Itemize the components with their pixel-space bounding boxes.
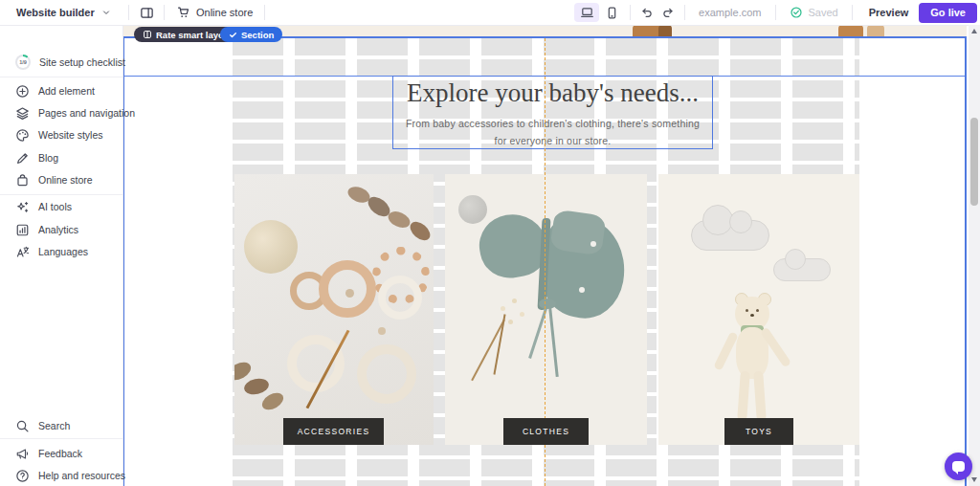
translate-icon [15,245,30,259]
toolbar-divider [164,5,165,20]
plus-circle-icon [15,84,30,99]
sidebar-item-feedback[interactable]: Feedback [0,443,122,464]
toolbar-divider [630,5,631,20]
desktop-view-button[interactable] [574,3,599,22]
sidebar-item-website-styles[interactable]: Website styles [0,124,122,145]
sidebar-item-search[interactable]: Search [0,415,122,436]
category-button-toys[interactable]: TOYS [724,418,793,445]
checklist-progress-value: 1/9 [17,56,29,68]
category-button-clothes[interactable]: CLOTHES [503,418,589,445]
cart-icon [176,6,190,20]
chat-button[interactable] [945,453,972,480]
mobile-view-button[interactable] [599,3,624,22]
website-builder-dropdown[interactable]: Website builder [0,6,122,20]
website-builder-label: Website builder [16,7,95,18]
hero-text-element[interactable]: Explore your baby's needs... From baby a… [392,76,713,149]
phone-icon [605,6,619,20]
sidebar-item-add-element[interactable]: Add element [0,80,122,101]
layout-icon [143,30,152,39]
sidebar-item-blog[interactable]: Blog [0,147,122,168]
panel-toggle-button[interactable] [135,3,158,22]
chat-icon [952,461,965,472]
sidebar-item-label: Site setup checklist [39,56,125,68]
bar-chart-icon [15,223,30,237]
megaphone-icon [15,447,30,461]
canvas-scrollbar[interactable] [969,25,980,486]
check-icon [229,31,237,39]
sidebar-item-label: Analytics [38,224,78,235]
photo-fragment [838,25,863,36]
section-border-right [965,36,967,486]
saved-label: Saved [809,7,838,18]
sidebar-item-help-resources[interactable]: Help and resources [0,465,122,486]
scroll-down-icon[interactable] [971,477,977,482]
pen-icon [15,151,30,166]
sidebar-item-ai-tools[interactable]: AI tools [0,196,122,217]
sidebar-item-analytics[interactable]: Analytics [0,219,122,240]
sidebar-item-label: Website styles [38,129,103,141]
scroll-up-icon[interactable] [971,29,977,33]
editor-canvas: Explore your baby's needs... From baby a… [122,25,967,486]
sidebar-item-label: Languages [38,246,88,257]
preview-button[interactable]: Preview [858,7,920,18]
sidebar-item-label: Search [38,420,70,431]
hero-title[interactable]: Explore your baby's needs... [407,78,699,108]
photo-fragment [867,25,884,36]
accessories-photo[interactable] [234,174,434,445]
search-icon [15,419,30,433]
site-domain[interactable]: example.com [691,7,768,18]
category-button-accessories[interactable]: ACCESSORIES [283,418,384,445]
sidebar-item-label: Feedback [38,448,82,459]
check-circle-icon [790,6,804,20]
save-status: Saved [782,6,846,20]
online-store-toolbar-button[interactable]: Online store [170,3,258,22]
sidebar-divider [0,77,122,77]
checklist-progress-icon: 1/9 [15,55,31,70]
undo-icon [640,6,655,20]
layers-icon [15,106,30,121]
sidebar-item-pages-navigation[interactable]: Pages and navigation [0,102,122,123]
go-live-button[interactable]: Go live [919,3,977,23]
scrollbar-thumb[interactable] [970,118,978,206]
sidebar-item-online-store[interactable]: Online store [0,169,122,190]
left-sidebar: 1/9 Site setup checklist Add element Pag… [0,25,123,486]
sidebar-item-label: Add element [38,85,95,97]
toolbar-divider [684,5,685,20]
sidebar-item-label: Help and resources [38,470,125,481]
shopping-bag-icon [15,173,30,188]
top-toolbar: Website builder Online store [0,0,980,26]
toolbar-divider [775,5,776,20]
sidebar-divider [0,438,122,439]
online-store-toolbar-label: Online store [196,7,253,18]
redo-icon [661,6,676,20]
chevron-down-icon [99,6,113,20]
toolbar-divider [264,5,265,20]
sidebar-item-label: Blog [38,152,58,164]
clothes-photo[interactable] [445,174,647,445]
toolbar-divider [852,5,853,20]
hero-subtitle[interactable]: From baby accessories to children's clot… [404,115,702,150]
section-badge[interactable]: Section [220,27,282,42]
sidebar-item-label: Online store [38,174,93,186]
selected-section[interactable]: Explore your baby's needs... From baby a… [122,36,967,486]
sidebar-item-site-setup-checklist[interactable]: 1/9 Site setup checklist [0,52,122,73]
sidebar-item-label: AI tools [38,201,72,212]
redo-button[interactable] [657,3,679,22]
website-builder-app: Website builder Online store [0,0,980,486]
toys-photo[interactable] [658,174,859,445]
sidebar-divider [0,194,122,195]
sidebar-item-label: Pages and navigation [38,107,135,119]
laptop-icon [580,6,594,20]
photo-fragment [658,25,672,36]
sparkle-icon [15,200,30,214]
section-badge-label: Section [241,30,274,40]
toolbar-divider [128,5,129,20]
palette-icon [15,128,30,143]
undo-button[interactable] [636,3,657,22]
sidebar-item-languages[interactable]: Languages [0,241,122,262]
help-circle-icon [15,469,30,483]
panel-icon [140,6,154,20]
